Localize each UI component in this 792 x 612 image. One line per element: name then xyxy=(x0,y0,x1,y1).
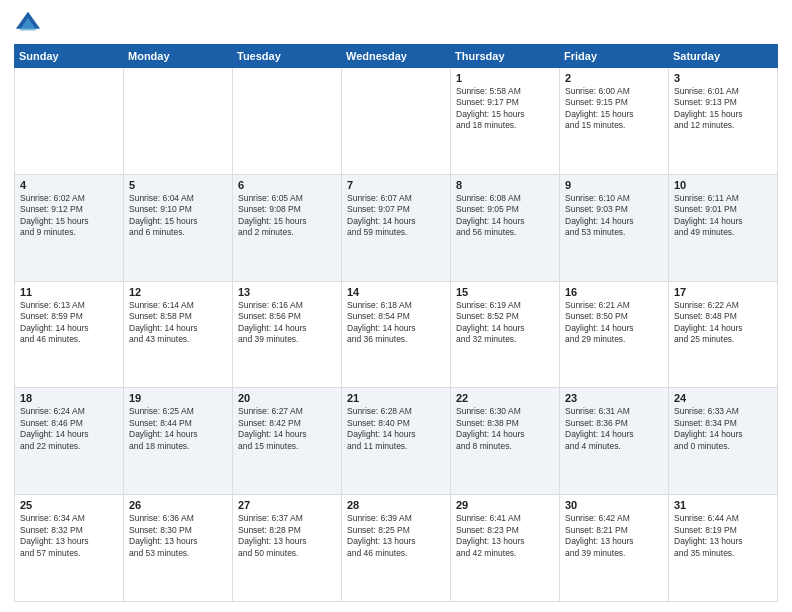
calendar-cell xyxy=(342,68,451,175)
calendar-day-header: Monday xyxy=(124,45,233,68)
calendar-cell: 17Sunrise: 6:22 AM Sunset: 8:48 PM Dayli… xyxy=(669,281,778,388)
calendar-cell: 11Sunrise: 6:13 AM Sunset: 8:59 PM Dayli… xyxy=(15,281,124,388)
day-number: 13 xyxy=(238,286,336,298)
day-info: Sunrise: 6:01 AM Sunset: 9:13 PM Dayligh… xyxy=(674,86,772,132)
day-info: Sunrise: 6:30 AM Sunset: 8:38 PM Dayligh… xyxy=(456,406,554,452)
calendar-cell: 5Sunrise: 6:04 AM Sunset: 9:10 PM Daylig… xyxy=(124,174,233,281)
calendar-cell: 29Sunrise: 6:41 AM Sunset: 8:23 PM Dayli… xyxy=(451,495,560,602)
calendar-cell: 18Sunrise: 6:24 AM Sunset: 8:46 PM Dayli… xyxy=(15,388,124,495)
day-number: 25 xyxy=(20,499,118,511)
calendar-header-row: SundayMondayTuesdayWednesdayThursdayFrid… xyxy=(15,45,778,68)
day-number: 21 xyxy=(347,392,445,404)
calendar-cell: 10Sunrise: 6:11 AM Sunset: 9:01 PM Dayli… xyxy=(669,174,778,281)
day-info: Sunrise: 6:28 AM Sunset: 8:40 PM Dayligh… xyxy=(347,406,445,452)
day-info: Sunrise: 6:34 AM Sunset: 8:32 PM Dayligh… xyxy=(20,513,118,559)
calendar-cell: 16Sunrise: 6:21 AM Sunset: 8:50 PM Dayli… xyxy=(560,281,669,388)
calendar-cell xyxy=(15,68,124,175)
calendar-cell: 7Sunrise: 6:07 AM Sunset: 9:07 PM Daylig… xyxy=(342,174,451,281)
day-number: 7 xyxy=(347,179,445,191)
day-number: 10 xyxy=(674,179,772,191)
day-number: 27 xyxy=(238,499,336,511)
calendar-table: SundayMondayTuesdayWednesdayThursdayFrid… xyxy=(14,44,778,602)
day-info: Sunrise: 6:37 AM Sunset: 8:28 PM Dayligh… xyxy=(238,513,336,559)
calendar-cell: 25Sunrise: 6:34 AM Sunset: 8:32 PM Dayli… xyxy=(15,495,124,602)
day-number: 14 xyxy=(347,286,445,298)
day-info: Sunrise: 6:27 AM Sunset: 8:42 PM Dayligh… xyxy=(238,406,336,452)
calendar-day-header: Saturday xyxy=(669,45,778,68)
day-info: Sunrise: 6:36 AM Sunset: 8:30 PM Dayligh… xyxy=(129,513,227,559)
day-info: Sunrise: 6:05 AM Sunset: 9:08 PM Dayligh… xyxy=(238,193,336,239)
day-info: Sunrise: 6:08 AM Sunset: 9:05 PM Dayligh… xyxy=(456,193,554,239)
calendar-cell: 15Sunrise: 6:19 AM Sunset: 8:52 PM Dayli… xyxy=(451,281,560,388)
day-number: 3 xyxy=(674,72,772,84)
calendar-cell xyxy=(124,68,233,175)
calendar-cell: 12Sunrise: 6:14 AM Sunset: 8:58 PM Dayli… xyxy=(124,281,233,388)
day-info: Sunrise: 6:07 AM Sunset: 9:07 PM Dayligh… xyxy=(347,193,445,239)
header xyxy=(14,10,778,38)
day-number: 18 xyxy=(20,392,118,404)
day-number: 4 xyxy=(20,179,118,191)
day-number: 6 xyxy=(238,179,336,191)
day-info: Sunrise: 6:39 AM Sunset: 8:25 PM Dayligh… xyxy=(347,513,445,559)
day-number: 8 xyxy=(456,179,554,191)
calendar-cell xyxy=(233,68,342,175)
day-number: 22 xyxy=(456,392,554,404)
day-number: 2 xyxy=(565,72,663,84)
calendar-week-row: 11Sunrise: 6:13 AM Sunset: 8:59 PM Dayli… xyxy=(15,281,778,388)
calendar-cell: 22Sunrise: 6:30 AM Sunset: 8:38 PM Dayli… xyxy=(451,388,560,495)
calendar-cell: 4Sunrise: 6:02 AM Sunset: 9:12 PM Daylig… xyxy=(15,174,124,281)
calendar-cell: 23Sunrise: 6:31 AM Sunset: 8:36 PM Dayli… xyxy=(560,388,669,495)
calendar-cell: 9Sunrise: 6:10 AM Sunset: 9:03 PM Daylig… xyxy=(560,174,669,281)
day-info: Sunrise: 6:10 AM Sunset: 9:03 PM Dayligh… xyxy=(565,193,663,239)
day-number: 20 xyxy=(238,392,336,404)
calendar-day-header: Friday xyxy=(560,45,669,68)
calendar-cell: 3Sunrise: 6:01 AM Sunset: 9:13 PM Daylig… xyxy=(669,68,778,175)
calendar-cell: 2Sunrise: 6:00 AM Sunset: 9:15 PM Daylig… xyxy=(560,68,669,175)
day-number: 28 xyxy=(347,499,445,511)
day-info: Sunrise: 6:14 AM Sunset: 8:58 PM Dayligh… xyxy=(129,300,227,346)
logo xyxy=(14,10,46,38)
day-info: Sunrise: 6:21 AM Sunset: 8:50 PM Dayligh… xyxy=(565,300,663,346)
day-info: Sunrise: 6:42 AM Sunset: 8:21 PM Dayligh… xyxy=(565,513,663,559)
calendar-cell: 20Sunrise: 6:27 AM Sunset: 8:42 PM Dayli… xyxy=(233,388,342,495)
day-number: 9 xyxy=(565,179,663,191)
day-number: 23 xyxy=(565,392,663,404)
calendar-cell: 30Sunrise: 6:42 AM Sunset: 8:21 PM Dayli… xyxy=(560,495,669,602)
day-number: 30 xyxy=(565,499,663,511)
calendar-cell: 1Sunrise: 5:58 AM Sunset: 9:17 PM Daylig… xyxy=(451,68,560,175)
day-info: Sunrise: 6:22 AM Sunset: 8:48 PM Dayligh… xyxy=(674,300,772,346)
day-number: 17 xyxy=(674,286,772,298)
calendar-cell: 28Sunrise: 6:39 AM Sunset: 8:25 PM Dayli… xyxy=(342,495,451,602)
day-info: Sunrise: 6:25 AM Sunset: 8:44 PM Dayligh… xyxy=(129,406,227,452)
day-info: Sunrise: 5:58 AM Sunset: 9:17 PM Dayligh… xyxy=(456,86,554,132)
day-info: Sunrise: 6:04 AM Sunset: 9:10 PM Dayligh… xyxy=(129,193,227,239)
day-number: 26 xyxy=(129,499,227,511)
day-number: 1 xyxy=(456,72,554,84)
day-info: Sunrise: 6:02 AM Sunset: 9:12 PM Dayligh… xyxy=(20,193,118,239)
day-info: Sunrise: 6:13 AM Sunset: 8:59 PM Dayligh… xyxy=(20,300,118,346)
day-number: 12 xyxy=(129,286,227,298)
calendar-day-header: Thursday xyxy=(451,45,560,68)
day-number: 16 xyxy=(565,286,663,298)
calendar-cell: 24Sunrise: 6:33 AM Sunset: 8:34 PM Dayli… xyxy=(669,388,778,495)
day-info: Sunrise: 6:19 AM Sunset: 8:52 PM Dayligh… xyxy=(456,300,554,346)
day-number: 15 xyxy=(456,286,554,298)
day-number: 24 xyxy=(674,392,772,404)
calendar-day-header: Tuesday xyxy=(233,45,342,68)
day-info: Sunrise: 6:41 AM Sunset: 8:23 PM Dayligh… xyxy=(456,513,554,559)
calendar-week-row: 1Sunrise: 5:58 AM Sunset: 9:17 PM Daylig… xyxy=(15,68,778,175)
calendar-cell: 31Sunrise: 6:44 AM Sunset: 8:19 PM Dayli… xyxy=(669,495,778,602)
calendar-day-header: Sunday xyxy=(15,45,124,68)
day-number: 5 xyxy=(129,179,227,191)
day-info: Sunrise: 6:31 AM Sunset: 8:36 PM Dayligh… xyxy=(565,406,663,452)
day-number: 31 xyxy=(674,499,772,511)
day-info: Sunrise: 6:18 AM Sunset: 8:54 PM Dayligh… xyxy=(347,300,445,346)
day-info: Sunrise: 6:16 AM Sunset: 8:56 PM Dayligh… xyxy=(238,300,336,346)
calendar-day-header: Wednesday xyxy=(342,45,451,68)
day-number: 11 xyxy=(20,286,118,298)
calendar-cell: 27Sunrise: 6:37 AM Sunset: 8:28 PM Dayli… xyxy=(233,495,342,602)
day-info: Sunrise: 6:11 AM Sunset: 9:01 PM Dayligh… xyxy=(674,193,772,239)
logo-icon xyxy=(14,10,42,38)
calendar-cell: 26Sunrise: 6:36 AM Sunset: 8:30 PM Dayli… xyxy=(124,495,233,602)
day-info: Sunrise: 6:33 AM Sunset: 8:34 PM Dayligh… xyxy=(674,406,772,452)
